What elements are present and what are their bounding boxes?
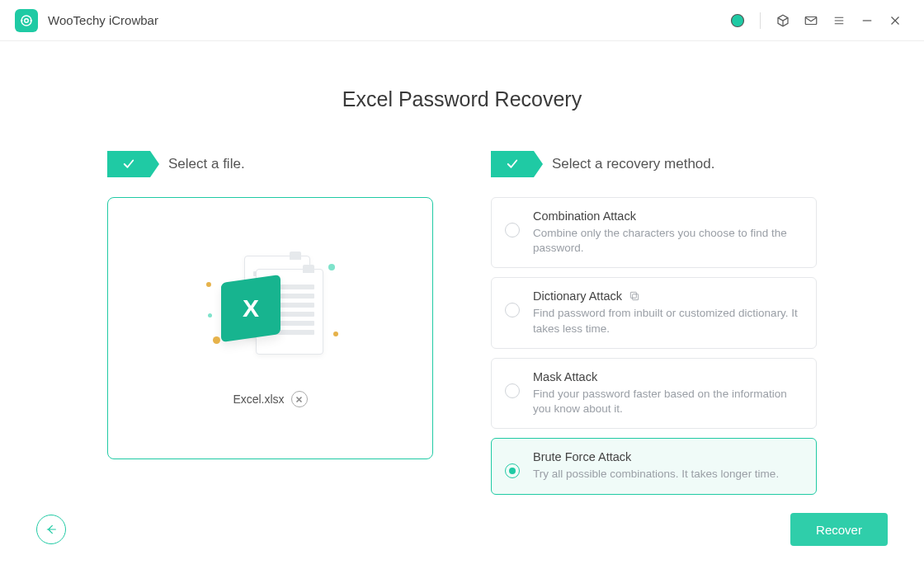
method-title: Mask Attack <box>533 370 597 383</box>
account-icon[interactable] <box>724 7 752 35</box>
method-desc: Find password from inbuilt or customized… <box>533 306 803 336</box>
excel-file-illustration: X <box>205 249 337 373</box>
method-desc: Try all possible combinations. It takes … <box>533 467 803 482</box>
method-dictionary[interactable]: Dictionary Attack Find password from inb… <box>491 277 817 348</box>
radio-icon <box>505 383 520 398</box>
method-title: Combination Attack <box>533 209 636 223</box>
svg-rect-5 <box>630 293 636 299</box>
menu-icon[interactable] <box>825 7 853 35</box>
method-desc: Combine only the characters you choose t… <box>533 226 803 256</box>
method-mask[interactable]: Mask Attack Find your password faster ba… <box>491 358 817 429</box>
dictionary-settings-icon[interactable] <box>629 290 640 302</box>
method-desc: Find your password faster based on the i… <box>533 387 803 416</box>
app-logo <box>15 9 38 32</box>
app-name: WooTechy iCrowbar <box>48 13 158 27</box>
recover-button[interactable]: Recover <box>790 513 888 546</box>
selected-file-name: Excel.xlsx <box>233 393 284 406</box>
step-file-label: Select a file. <box>168 156 245 172</box>
file-drop-panel[interactable]: X Excel.xlsx <box>107 197 433 459</box>
radio-icon <box>505 303 520 317</box>
step-method-label: Select a recovery method. <box>552 156 714 172</box>
svg-rect-6 <box>633 294 639 300</box>
cube-icon[interactable] <box>769 7 797 35</box>
radio-icon <box>505 463 520 478</box>
close-button[interactable] <box>881 7 909 35</box>
method-combination[interactable]: Combination Attack Combine only the char… <box>491 197 817 268</box>
excel-badge-icon: X <box>221 275 280 342</box>
svg-point-3 <box>736 16 740 21</box>
page-title: Excel Password Recovery <box>0 87 924 111</box>
svg-rect-4 <box>805 16 817 24</box>
back-button[interactable] <box>36 515 66 544</box>
method-brute-force[interactable]: Brute Force Attack Try all possible comb… <box>491 438 817 494</box>
method-title: Dictionary Attack <box>533 289 622 303</box>
titlebar: WooTechy iCrowbar <box>0 0 924 41</box>
step-method-check-icon <box>491 151 534 177</box>
mail-icon[interactable] <box>797 7 825 35</box>
minimize-button[interactable] <box>853 7 881 35</box>
remove-file-button[interactable] <box>291 391 308 407</box>
svg-point-0 <box>21 16 31 26</box>
method-title: Brute Force Attack <box>533 450 631 463</box>
radio-icon <box>505 223 520 237</box>
svg-point-1 <box>25 18 29 22</box>
step-file-check-icon <box>107 151 150 177</box>
titlebar-divider <box>760 12 761 29</box>
